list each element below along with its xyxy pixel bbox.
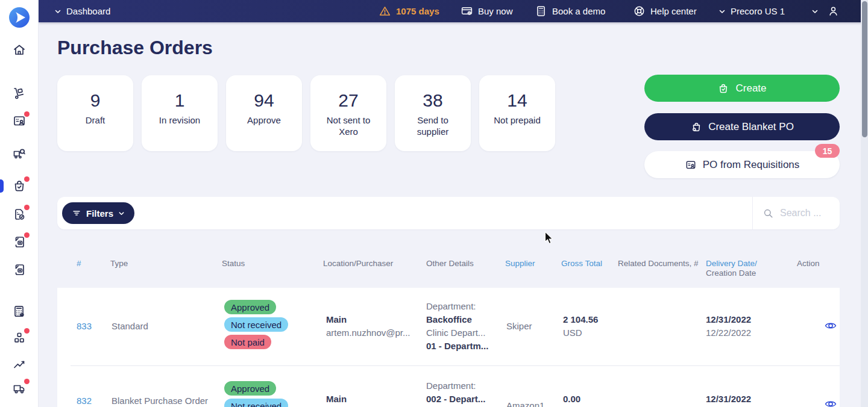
sidebar-item-expenses[interactable] <box>12 263 27 277</box>
eye-icon <box>825 399 837 407</box>
page-title: Purchase Orders <box>57 37 213 59</box>
department-detail: Clinic Depart... <box>426 328 485 338</box>
notification-dot <box>24 205 30 210</box>
column-header-gross-total[interactable]: Gross Total <box>561 259 602 268</box>
delivery-date: 12/31/2022 <box>706 394 751 404</box>
purchase-orders-page: Dashboard 1075 days Buy now Book a demo … <box>0 0 868 407</box>
sidebar-item-rfp[interactable] <box>12 146 27 161</box>
handtruck-icon <box>12 86 27 101</box>
buy-now-label: Buy now <box>478 6 513 16</box>
notification-dot <box>24 176 30 182</box>
sidebar <box>0 0 39 407</box>
create-blanket-po-label: Create Blanket PO <box>708 121 794 133</box>
sidebar-item-purchase-orders[interactable] <box>12 179 27 193</box>
stat-label: Not sent to Xero <box>317 114 380 137</box>
chart-line-icon <box>12 356 27 371</box>
sidebar-item-suppliers[interactable] <box>12 381 27 396</box>
precoro-logo[interactable] <box>9 7 30 28</box>
stat-card-not-sent-to-xero[interactable]: 27 Not sent to Xero <box>310 75 386 151</box>
chevron-down-icon <box>719 8 726 15</box>
po-number-link[interactable]: 833 <box>77 321 92 331</box>
filter-icon <box>72 208 81 218</box>
column-header-number[interactable]: # <box>77 259 81 268</box>
organization-dropdown[interactable]: Precoro US 1 <box>719 0 785 22</box>
stat-label: Send to supplier <box>401 114 464 137</box>
gross-total: 0.00 <box>563 394 580 404</box>
po-from-requisitions-button[interactable]: PO from Requisitions <box>644 151 840 178</box>
bag-check-icon <box>717 82 729 95</box>
warning-triangle-icon <box>379 5 391 17</box>
stat-label: In revision <box>148 114 211 126</box>
stat-card-approve[interactable]: 94 Approve <box>226 75 302 151</box>
stat-card-send-to-supplier[interactable]: 38 Send to supplier <box>395 75 471 151</box>
notification-dot <box>24 379 30 384</box>
column-header-delivery-date[interactable]: Delivery Date/ <box>706 259 757 268</box>
row-divider <box>71 365 840 366</box>
create-blanket-po-button[interactable]: Create Blanket PO <box>644 113 840 140</box>
stat-card-not-prepaid[interactable]: 14 Not prepaid <box>479 75 555 151</box>
sidebar-item-receipts[interactable] <box>12 207 27 222</box>
view-action-button[interactable] <box>825 321 837 331</box>
chevron-down-icon <box>54 8 61 15</box>
sidebar-item-budgets[interactable] <box>12 304 27 318</box>
sidebar-item-reports[interactable] <box>12 356 27 371</box>
status-badge-not-paid: Not paid <box>224 335 271 349</box>
search-input[interactable] <box>780 208 837 219</box>
department-code: 01 - Departm... <box>426 341 488 351</box>
lifebuoy-icon <box>633 5 646 17</box>
sidebar-item-warehouse[interactable] <box>12 86 27 101</box>
active-item-indicator <box>0 179 4 193</box>
truck-search-icon <box>12 146 27 161</box>
department-code: 002 - Depart... <box>426 394 485 404</box>
buy-now-button[interactable]: Buy now <box>461 0 513 22</box>
column-header-location-purchaser: Location/Purchaser <box>323 259 393 268</box>
folder-camera-icon <box>12 263 27 277</box>
scrollbar-thumb[interactable] <box>862 1 867 137</box>
column-header-type: Type <box>110 259 128 268</box>
chevron-down-icon <box>811 8 819 15</box>
creation-date: 12/22/2022 <box>706 328 751 338</box>
user-icon <box>827 5 840 17</box>
profile-button[interactable] <box>827 0 840 22</box>
trial-days-label: 1075 days <box>396 6 439 16</box>
other-details-label: Department: <box>426 301 476 311</box>
status-badge-not-received: Not received <box>224 399 288 407</box>
gross-total: 2 104.56 <box>563 314 598 325</box>
notification-dot <box>24 111 30 117</box>
requisitions-count-badge: 15 <box>815 144 840 158</box>
department-name: Backoffice <box>426 314 472 325</box>
stat-label: Draft <box>64 114 127 126</box>
stat-value: 27 <box>310 90 386 111</box>
book-demo-button[interactable]: Book a demo <box>535 0 605 22</box>
filters-button[interactable]: Filters <box>62 202 134 224</box>
calculator-icon <box>12 304 27 318</box>
column-header-creation-date: Creation Date <box>706 269 756 278</box>
stat-value: 9 <box>57 90 133 111</box>
notification-dot <box>24 328 30 334</box>
stat-label: Approve <box>233 114 295 126</box>
help-center-button[interactable]: Help center <box>633 0 697 22</box>
purchaser-email: artem.nuzhnov@pr... <box>326 328 410 338</box>
column-header-status: Status <box>222 259 245 268</box>
document-user-icon <box>685 159 697 171</box>
filters-button-label: Filters <box>86 208 113 219</box>
stat-value: 1 <box>142 90 218 111</box>
sidebar-item-requisitions[interactable] <box>12 114 27 128</box>
sidebar-item-catalog[interactable] <box>12 331 27 345</box>
po-number-link[interactable]: 832 <box>77 396 92 406</box>
search-icon <box>763 208 774 219</box>
stat-card-in-revision[interactable]: 1 In revision <box>142 75 218 151</box>
create-button[interactable]: Create <box>644 75 840 102</box>
trial-days-warning[interactable]: 1075 days <box>379 0 439 22</box>
dashboard-nav-dropdown[interactable]: Dashboard <box>54 0 110 22</box>
create-button-label: Create <box>735 82 766 95</box>
profile-dropdown-chevron[interactable] <box>811 0 819 22</box>
view-action-button[interactable] <box>825 399 837 407</box>
scrollbar-track[interactable] <box>861 0 868 407</box>
stat-card-draft[interactable]: 9 Draft <box>57 75 133 151</box>
chevron-down-icon <box>118 210 125 217</box>
sidebar-item-invoices[interactable] <box>12 235 27 249</box>
column-header-supplier[interactable]: Supplier <box>505 259 535 268</box>
sidebar-item-home[interactable] <box>12 43 27 57</box>
stat-value: 38 <box>395 90 471 111</box>
